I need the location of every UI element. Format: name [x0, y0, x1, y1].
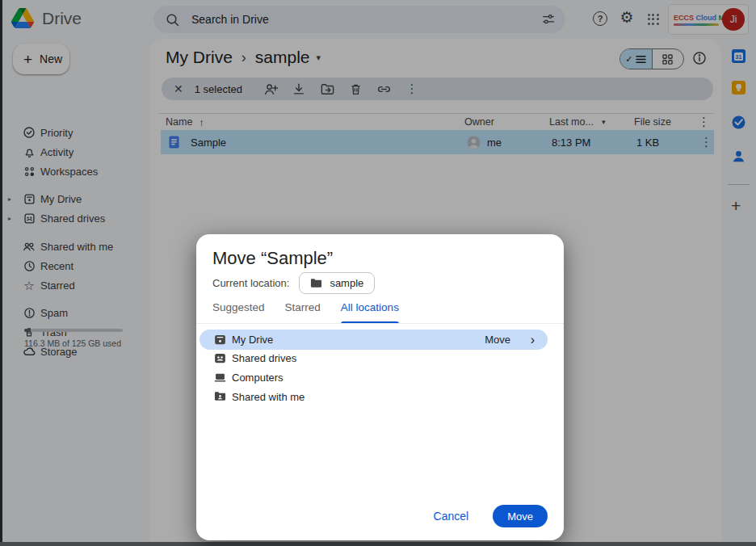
screen-left-edge	[0, 0, 2, 546]
location-row-shared-with-me[interactable]: Shared with me	[200, 387, 548, 407]
tab-all-locations[interactable]: All locations	[341, 299, 399, 323]
current-location-chip[interactable]: sample	[299, 272, 375, 294]
shared-drives-icon	[214, 352, 226, 364]
tab-starred[interactable]: Starred	[285, 299, 321, 323]
location-label: Shared with me	[232, 391, 304, 403]
cancel-button[interactable]: Cancel	[434, 510, 469, 523]
chevron-right-icon[interactable]: ›	[531, 334, 535, 346]
location-row-computers[interactable]: Computers	[200, 368, 548, 388]
my-drive-icon	[214, 334, 226, 346]
dialog-footer: Cancel Move	[434, 505, 548, 527]
screen-bottom-edge	[0, 542, 756, 546]
shared-with-me-folder-icon	[214, 391, 226, 403]
current-location-label: Current location:	[212, 277, 289, 289]
move-dialog: Move “Sample” Current location: sample S…	[196, 234, 564, 540]
dialog-tabs: Suggested Starred All locations	[212, 299, 399, 323]
dialog-title: Move “Sample”	[212, 248, 333, 269]
tabs-divider	[196, 323, 564, 324]
computers-icon	[214, 372, 226, 384]
move-action-label[interactable]: Move	[485, 334, 510, 346]
location-label: My Drive	[232, 334, 273, 346]
tab-suggested[interactable]: Suggested	[212, 299, 265, 323]
current-location-row: Current location: sample	[212, 272, 375, 294]
location-row-my-drive[interactable]: My Drive Move ›	[200, 330, 548, 350]
folder-icon	[310, 278, 322, 288]
location-row-shared-drives[interactable]: Shared drives	[200, 348, 548, 368]
move-button[interactable]: Move	[493, 505, 548, 527]
location-label: Computers	[232, 372, 284, 384]
location-label: Shared drives	[232, 352, 296, 364]
current-location-value: sample	[330, 277, 363, 289]
